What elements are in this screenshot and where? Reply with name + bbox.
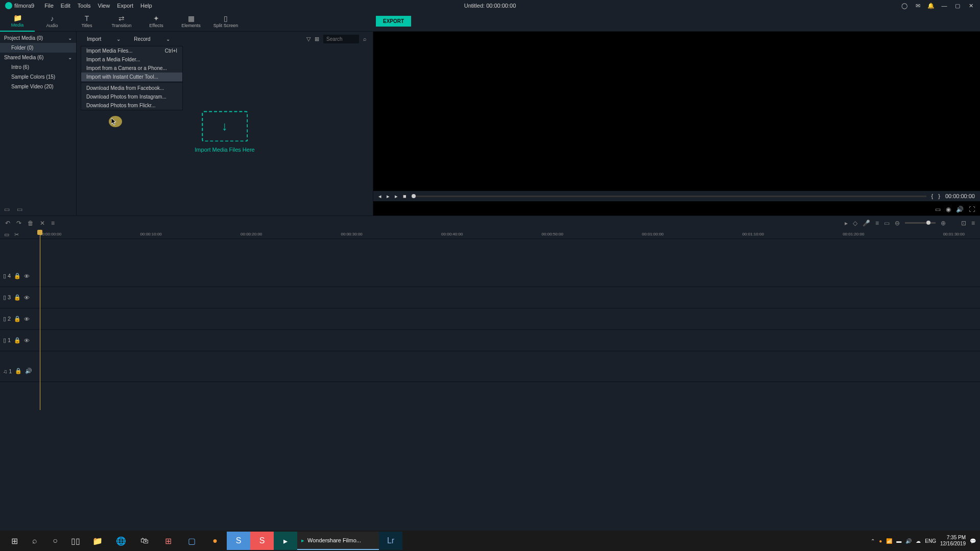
snapshot-icon[interactable]: ▭ <box>935 206 941 213</box>
grid-view-icon[interactable]: ⊞ <box>315 36 319 42</box>
import-instant-cutter[interactable]: Import with Instant Cutter Tool... <box>81 73 182 81</box>
tab-titles[interactable]: TTitles <box>69 11 104 32</box>
sidebar-sample-video[interactable]: Sample Video (20) <box>0 82 76 91</box>
record-dropdown[interactable]: Record ⌄ <box>130 35 174 43</box>
delete-icon[interactable]: 🗑 <box>28 220 34 227</box>
import-dropdown[interactable]: Import ⌄ <box>83 35 125 43</box>
tab-splitscreen[interactable]: ▯Split Screen <box>208 11 243 32</box>
edit-icon[interactable]: ≡ <box>51 220 55 227</box>
menu-help[interactable]: Help <box>140 3 152 9</box>
tab-effects[interactable]: ✦Effects <box>139 11 174 32</box>
cortana-button[interactable]: ○ <box>45 532 65 550</box>
lock-icon[interactable]: 🔒 <box>14 294 21 301</box>
import-media-folder[interactable]: Import a Media Folder... <box>81 55 182 64</box>
sidebar-intro[interactable]: Intro (6) <box>0 62 76 72</box>
razor-icon[interactable]: ✂ <box>14 231 19 238</box>
explorer-icon[interactable]: 📁 <box>86 532 109 550</box>
quality-icon[interactable]: ◉ <box>946 206 951 213</box>
menu-view[interactable]: View <box>98 3 110 9</box>
account-icon[interactable]: ◯ <box>900 2 909 10</box>
menu-file[interactable]: File <box>44 3 54 9</box>
play-icon[interactable]: ▸ <box>387 193 390 200</box>
sidebar-sample-colors[interactable]: Sample Colors (15) <box>0 72 76 82</box>
zoom-fit-icon[interactable]: ⊡ <box>961 220 966 227</box>
app-icon-3[interactable]: ● <box>203 532 227 550</box>
prev-frame-icon[interactable]: ◂ <box>378 193 381 200</box>
sidebar-folder[interactable]: Folder (0) <box>0 43 76 53</box>
app-icon-6[interactable]: ▸ <box>274 532 297 550</box>
start-button[interactable]: ⊞ <box>4 532 25 550</box>
wifi-icon[interactable]: 📶 <box>886 538 892 544</box>
taskbar-filmora[interactable]: ▸ Wondershare Filmo... <box>297 532 379 550</box>
stop-icon[interactable]: ■ <box>403 193 407 199</box>
eye-icon[interactable]: 👁 <box>24 338 30 344</box>
lock-icon[interactable]: 🔒 <box>15 368 22 374</box>
app-icon-1[interactable]: ⊞ <box>156 532 180 550</box>
player-progress-bar[interactable] <box>412 196 926 197</box>
zoom-out-icon[interactable]: ⊖ <box>895 220 900 227</box>
sidebar-shared-media[interactable]: Shared Media (6) ⌄ <box>0 53 76 62</box>
tab-media[interactable]: 📁Media <box>0 11 35 32</box>
mark-in-icon[interactable]: { <box>931 193 934 199</box>
playhead[interactable] <box>40 230 40 410</box>
eye-icon[interactable]: 👁 <box>24 295 30 301</box>
download-flickr[interactable]: Download Photos from Flickr... <box>81 101 182 110</box>
redo-icon[interactable]: ↷ <box>16 220 21 227</box>
app-icon-5[interactable]: S <box>250 532 274 550</box>
sidebar-project-media[interactable]: Project Media (0) ⌄ <box>0 33 76 43</box>
import-camera-phone[interactable]: Import from a Camera or a Phone... <box>81 64 182 73</box>
render-icon[interactable]: ▸ <box>845 220 848 227</box>
volume-icon[interactable]: 🔊 <box>905 538 912 544</box>
tab-elements[interactable]: ▦Elements <box>174 11 208 32</box>
lock-icon[interactable]: 🔒 <box>14 316 21 322</box>
download-facebook[interactable]: Download Media from Facebook... <box>81 84 182 92</box>
tray-chevron-icon[interactable]: ⌃ <box>871 538 875 544</box>
chevron-down-icon[interactable]: ⌄ <box>68 35 72 41</box>
remove-folder-icon[interactable]: ▭ <box>17 206 22 213</box>
fullscreen-icon[interactable]: ⛶ <box>969 206 975 213</box>
snap-icon[interactable]: ▭ <box>884 220 890 227</box>
import-drop-zone[interactable]: Import Media Files Here <box>195 111 254 153</box>
close-gap-icon[interactable]: ✕ <box>40 220 45 227</box>
mute-icon[interactable]: 🔊 <box>25 368 32 374</box>
import-media-files[interactable]: Import Media Files...Ctrl+I <box>81 46 182 55</box>
mark-out-icon[interactable]: } <box>938 193 940 199</box>
video-track-4[interactable]: ▯ 4🔒👁 <box>0 266 980 287</box>
notification-icon[interactable]: 🔔 <box>927 2 935 10</box>
menu-edit[interactable]: Edit <box>61 3 70 9</box>
eye-icon[interactable]: 👁 <box>24 273 30 279</box>
lock-icon[interactable]: 🔒 <box>14 273 21 279</box>
timeline-ruler[interactable]: ▭ ✂ 00:00:00:00 00:00:10:00 00:00:20:00 … <box>0 230 980 239</box>
chevron-down-icon[interactable]: ⌄ <box>68 55 72 60</box>
export-button[interactable]: EXPORT <box>376 16 411 27</box>
video-track-1[interactable]: ▯ 1🔒👁 <box>0 330 980 351</box>
next-frame-icon[interactable]: ▸ <box>395 193 398 200</box>
maximize-icon[interactable]: ▢ <box>953 2 962 10</box>
zoom-in-icon[interactable]: ⊕ <box>941 220 946 227</box>
notifications-icon[interactable]: 💬 <box>970 538 976 544</box>
search-button[interactable]: ⌕ <box>25 532 45 550</box>
app-icon-2[interactable]: ▢ <box>180 532 203 550</box>
tab-audio[interactable]: ♪Audio <box>35 11 69 32</box>
manage-tracks-icon[interactable]: ≡ <box>971 220 975 227</box>
language-indicator[interactable]: ENG <box>925 538 936 544</box>
video-track-2[interactable]: ▯ 2🔒👁 <box>0 308 980 330</box>
audio-track-1[interactable]: ♫ 1🔒🔊 <box>0 361 980 382</box>
store-icon[interactable]: 🛍 <box>133 532 156 550</box>
download-instagram[interactable]: Download Photos from Instagram... <box>81 92 182 101</box>
video-track-3[interactable]: ▯ 3🔒👁 <box>0 287 980 308</box>
app-icon-4[interactable]: S <box>227 532 250 550</box>
voiceover-icon[interactable]: 🎤 <box>863 220 870 227</box>
search-input[interactable] <box>323 35 359 43</box>
add-folder-icon[interactable]: ▭ <box>4 206 10 213</box>
tab-transition[interactable]: ⇄Transition <box>104 11 139 32</box>
message-icon[interactable]: ✉ <box>914 2 922 10</box>
volume-icon[interactable]: 🔊 <box>956 206 964 213</box>
taskview-button[interactable]: ▯▯ <box>65 532 86 550</box>
taskbar-clock[interactable]: 7:35 PM 12/16/2019 <box>940 535 966 547</box>
close-icon[interactable]: ✕ <box>967 2 975 10</box>
menu-export[interactable]: Export <box>117 3 133 9</box>
onedrive-icon[interactable]: ☁ <box>916 538 921 544</box>
lock-icon[interactable]: 🔒 <box>14 337 21 344</box>
zoom-slider[interactable] <box>905 222 936 224</box>
